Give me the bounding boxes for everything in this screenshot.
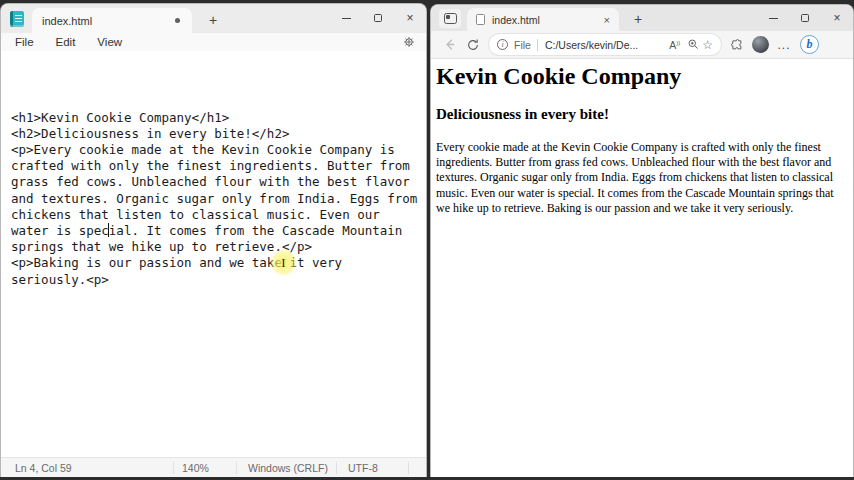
notepad-editor[interactable]: <h1>Kevin Cookie Company</h1><h2>Delicio…: [1, 51, 426, 457]
maximize-icon: [374, 14, 382, 22]
code-line: water is special. It comes from the Casc…: [11, 223, 418, 239]
close-button[interactable]: ×: [821, 4, 853, 32]
maximize-button[interactable]: [362, 4, 394, 32]
edge-window-controls: ×: [757, 5, 853, 31]
tab-actions-menu-button[interactable]: [439, 9, 461, 28]
page-subheading: Deliciousness in every bite!: [436, 105, 848, 123]
profile-avatar[interactable]: [752, 36, 769, 53]
code-line: crafted with only the finest ingredients…: [11, 158, 418, 174]
back-arrow-icon: [442, 37, 457, 52]
edge-window: index.html × + × i File C:/Users/kevin/D…: [430, 4, 854, 477]
menu-file[interactable]: File: [15, 36, 34, 48]
refresh-button[interactable]: [461, 33, 485, 57]
close-icon: ×: [406, 12, 413, 24]
url-text[interactable]: C:/Users/kevin/De...: [545, 39, 665, 51]
edge-tabstrip: index.html × + ×: [431, 5, 853, 31]
read-aloud-icon[interactable]: A)): [669, 39, 680, 51]
code-line: <p>Baking is our passion and we take it …: [11, 255, 418, 271]
status-separator: [336, 462, 337, 474]
address-bar[interactable]: i File C:/Users/kevin/De... A)) ☆: [489, 34, 721, 55]
menu-view[interactable]: View: [97, 36, 122, 48]
line-ending-status[interactable]: Windows (CRLF): [248, 462, 328, 474]
favorites-star-icon[interactable]: ☆: [702, 38, 713, 52]
maximize-icon: [801, 14, 809, 22]
minimize-icon: [342, 18, 351, 19]
settings-gear-icon[interactable]: [401, 34, 417, 50]
page-heading: Kevin Cookie Company: [436, 63, 848, 89]
close-button[interactable]: ×: [394, 4, 426, 32]
minimize-button[interactable]: [330, 4, 362, 32]
code-line: seriously.<p>: [11, 272, 418, 288]
edge-toolbar: i File C:/Users/kevin/De... A)) ☆ ... b: [431, 31, 853, 59]
code-line: and textures. Organic sugar only from In…: [11, 191, 418, 207]
extensions-puzzle-icon: [730, 38, 744, 52]
zoom-level-status[interactable]: 140%: [182, 462, 209, 474]
notepad-tab-title: index.html: [42, 15, 175, 27]
notepad-window-controls: ×: [330, 4, 426, 32]
refresh-icon: [466, 38, 480, 52]
page-paragraph: Every cookie made at the Kevin Cookie Co…: [436, 140, 848, 216]
minimize-button[interactable]: [757, 4, 789, 32]
code-line: grass fed cows. Unbleached flour with th…: [11, 174, 418, 190]
minimize-icon: [769, 18, 778, 19]
rendered-page: Kevin Cookie Company Deliciousness in ev…: [431, 59, 853, 477]
bing-chat-button[interactable]: b: [800, 35, 819, 54]
code-line: <h2>Deliciousness in every bite!</h2>: [11, 126, 418, 142]
notepad-new-tab-button[interactable]: +: [202, 9, 224, 31]
status-separator: [236, 462, 237, 474]
code-line: chickens that listen to classical music.…: [11, 207, 418, 223]
edge-tab-title: index.html: [492, 14, 601, 26]
code-line: springs that we hike up to retrieve.</p>: [11, 239, 418, 255]
info-icon[interactable]: i: [497, 39, 508, 50]
edge-new-tab-button[interactable]: +: [627, 8, 649, 30]
notepad-titlebar: index.html + ×: [1, 4, 426, 33]
close-icon: ×: [833, 12, 840, 24]
text-caret: [108, 223, 109, 237]
back-button[interactable]: [437, 33, 461, 57]
tab-close-icon[interactable]: ×: [601, 14, 613, 26]
menu-edit[interactable]: Edit: [56, 36, 76, 48]
file-scheme-badge: File: [514, 39, 531, 51]
page-document-icon: [476, 14, 485, 25]
extensions-button[interactable]: [725, 33, 749, 57]
status-separator: [408, 462, 409, 474]
notepad-window: index.html + × File Edit View <h1>Kevin …: [0, 3, 427, 477]
notepad-statusbar: Ln 4, Col 59 140% Windows (CRLF) UTF-8: [1, 457, 426, 477]
edge-tab-indexhtml[interactable]: index.html ×: [467, 8, 619, 31]
notepad-menubar: File Edit View: [1, 33, 426, 51]
settings-menu-button[interactable]: ...: [772, 33, 796, 57]
zoom-indicator-icon[interactable]: [684, 33, 702, 57]
encoding-status[interactable]: UTF-8: [348, 462, 378, 474]
code-line: <p>Every cookie made at the Kevin Cookie…: [11, 142, 418, 158]
unsaved-indicator-icon: [175, 18, 180, 23]
cursor-position-status: Ln 4, Col 59: [15, 462, 72, 474]
ellipsis-icon: ...: [777, 38, 790, 52]
status-separator: [173, 462, 174, 474]
notepad-app-icon: [10, 11, 24, 27]
notepad-tab-indexhtml[interactable]: index.html: [32, 8, 192, 33]
code-line: <h1>Kevin Cookie Company</h1>: [11, 110, 418, 126]
address-separator: [537, 39, 538, 51]
maximize-button[interactable]: [789, 4, 821, 32]
tab-actions-icon: [444, 13, 457, 24]
